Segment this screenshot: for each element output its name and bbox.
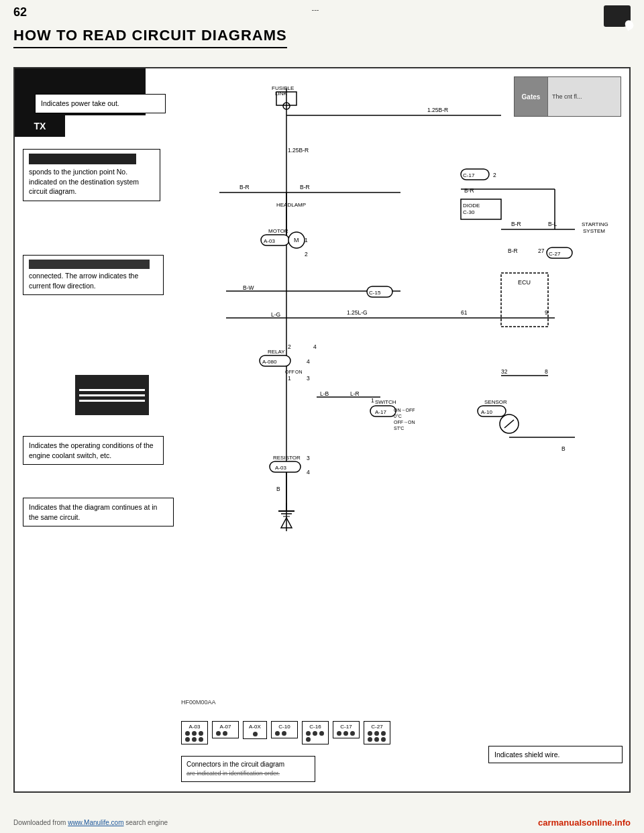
connector-c27: C-27 (364, 721, 390, 744)
connector-a0x: A-0X (243, 721, 267, 739)
callout-power: Indicates power take out. (35, 94, 166, 113)
svg-text:B-W: B-W (243, 284, 254, 291)
callout-arrow: connected. The arrow indicates the curre… (23, 255, 164, 295)
callout-shield-wire: Indicates shield wire. (488, 746, 623, 763)
svg-text:4: 4 (307, 358, 310, 365)
svg-text:1.25B-R: 1.25B-R (427, 107, 448, 113)
circuit-wiring-svg: FUSIBLE LINK 1.25B-R 1.25B-R B-R B-R C-1… (172, 75, 629, 598)
callout-tx-lines (75, 375, 149, 415)
svg-text:1: 1 (288, 375, 291, 382)
svg-text:L-B: L-B (320, 390, 329, 397)
callout-junction: sponds to the junction point No. indicat… (23, 149, 160, 201)
callout-junction-text: sponds to the junction point No. indicat… (29, 168, 139, 195)
page-header: 62 --- (13, 5, 631, 27)
svg-text:A-10: A-10 (481, 409, 492, 415)
connector-id: C-16 (306, 724, 325, 730)
svg-text:8: 8 (545, 368, 548, 375)
svg-text:27: 27 (538, 247, 545, 254)
connector-id: A-07 (216, 724, 235, 730)
svg-text:M: M (294, 237, 299, 243)
svg-text:A-03: A-03 (275, 465, 286, 471)
svg-text:C-15: C-15 (369, 290, 381, 296)
footer-brand: carmanualsonline.info (538, 818, 631, 828)
svg-text:32: 32 (501, 368, 508, 375)
connector-c16: C-16 (302, 721, 329, 744)
svg-text:2: 2 (493, 172, 496, 178)
svg-text:DIODE: DIODE (463, 203, 480, 209)
callout-connectors: Connectors in the circuit diagram are in… (181, 756, 315, 782)
svg-text:9: 9 (545, 309, 548, 316)
svg-text:STARTING: STARTING (582, 221, 608, 227)
svg-text:ECU: ECU (518, 279, 531, 286)
svg-text:MOTOR: MOTOR (268, 228, 288, 234)
connector-dots (337, 731, 356, 736)
svg-text:HEADLAMP: HEADLAMP (276, 202, 306, 208)
svg-text:A-080: A-080 (262, 359, 277, 365)
connector-id: C-17 (337, 724, 356, 730)
svg-text:ON→OFF: ON→OFF (394, 408, 415, 412)
svg-text:OFF→ON: OFF→ON (394, 420, 415, 425)
connector-c17: C-17 (333, 721, 360, 738)
svg-text:3: 3 (307, 375, 310, 382)
svg-text:L-R: L-R (350, 390, 360, 397)
connectors-title: Connectors in the circuit diagram (186, 760, 310, 769)
svg-text:1: 1 (371, 397, 374, 404)
connector-id: A-0X (247, 724, 263, 730)
svg-text:SWITCH: SWITCH (375, 399, 396, 405)
connector-dots (185, 731, 204, 742)
footer-link[interactable]: www.Manulife.com (68, 819, 123, 826)
svg-text:OFF: OFF (285, 370, 294, 374)
callout-continues-text: Indicates that the diagram continues at … (29, 503, 157, 521)
svg-text:61: 61 (461, 309, 468, 316)
svg-text:B-L: B-L (548, 221, 557, 227)
callout-power-text: Indicates power take out. (41, 99, 119, 107)
svg-text:4: 4 (307, 469, 310, 476)
svg-text:B-R: B-R (511, 221, 521, 227)
redacted-bar-2 (29, 260, 150, 269)
svg-text:A-03: A-03 (264, 238, 275, 244)
diagram-container: Gates The cnt fl... Indicates power take… (13, 67, 631, 793)
connector-dots (368, 731, 386, 742)
svg-text:1.25B-R: 1.25B-R (288, 147, 309, 154)
svg-text:B-R: B-R (239, 184, 250, 190)
page-title: HOW TO READ CIRCUIT DIAGRAMS (13, 27, 287, 48)
callout-operating: Indicates the operating conditions of th… (23, 436, 164, 465)
connector-a07: A-07 (212, 721, 239, 738)
hf-label: HF00M00AA (181, 699, 216, 706)
connector-symbols-area: A-03 A-07 A-0X C-10 (181, 721, 390, 744)
connector-grid (247, 732, 263, 736)
svg-text:SENSOR: SENSOR (484, 399, 507, 405)
connector-dots (306, 731, 325, 742)
svg-text:ST'C: ST'C (394, 426, 404, 431)
tx-line-1 (79, 389, 145, 391)
header-center: --- (312, 5, 319, 13)
connector-c10: C-10 (271, 721, 298, 738)
callout-continues: Indicates that the diagram continues at … (23, 498, 174, 526)
svg-text:RESISTOR: RESISTOR (273, 455, 301, 461)
tx-line-3 (79, 400, 145, 402)
svg-text:B-R: B-R (508, 247, 518, 254)
footer: Downloaded from www.Manulife.com search … (13, 818, 631, 828)
corner-decoration (604, 5, 631, 27)
connector-dots (216, 731, 235, 736)
svg-text:B-R: B-R (300, 184, 310, 190)
svg-text:LINK: LINK (275, 91, 287, 97)
svg-text:SYSTEM: SYSTEM (583, 228, 605, 234)
callout-tx: TX (15, 115, 65, 137)
connectors-sub: are indicated in identification order. (186, 769, 310, 778)
redacted-bar (29, 154, 136, 164)
tx-line-2 (79, 394, 145, 396)
connector-a03: A-03 (181, 721, 208, 744)
callout-arrow-text: connected. The arrow indicates the curre… (29, 272, 138, 290)
footer-download: Downloaded from www.Manulife.com search … (13, 819, 168, 826)
svg-text:C-27: C-27 (549, 251, 561, 257)
svg-text:0°C: 0°C (394, 414, 402, 419)
connector-id: C-27 (368, 724, 386, 730)
connector-id: C-10 (275, 724, 294, 730)
page-number: 62 (13, 5, 27, 19)
svg-text:C-30: C-30 (463, 209, 475, 215)
svg-text:3: 3 (307, 455, 310, 461)
svg-text:B-R: B-R (464, 187, 474, 194)
svg-text:1.25L-G: 1.25L-G (347, 309, 368, 316)
callout-operating-text: Indicates the operating conditions of th… (29, 441, 154, 459)
